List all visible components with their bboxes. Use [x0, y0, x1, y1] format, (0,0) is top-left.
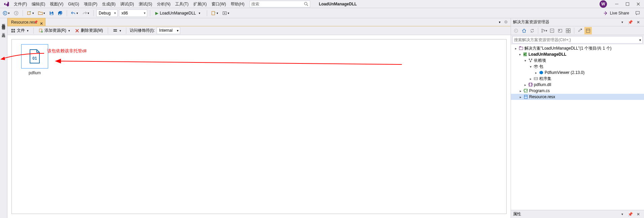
resource-item-pdfium[interactable]: 01 pdfium — [21, 44, 48, 75]
redo-button[interactable]: ▾ — [81, 9, 91, 17]
menu-debug[interactable]: 调试(D) — [118, 0, 136, 8]
resx-view-button[interactable]: 文件▾ — [9, 27, 30, 34]
panel-close-icon[interactable]: ✕ — [635, 19, 642, 26]
left-tab-server-explorer[interactable]: 服务器资源管理器 — [1, 20, 6, 25]
menu-edit[interactable]: 编辑(E) — [29, 0, 47, 8]
solution-explorer-header[interactable]: 解决方案资源管理器 ▾ 📌 ✕ — [511, 18, 644, 26]
svg-point-31 — [541, 31, 543, 32]
search-icon — [304, 2, 309, 6]
open-file-button[interactable]: ▾ — [37, 9, 46, 17]
pin-icon[interactable]: 📌 — [34, 18, 38, 26]
save-all-button[interactable] — [57, 9, 64, 17]
config-combo[interactable]: Debug — [96, 9, 118, 17]
svg-rect-24 — [113, 29, 117, 30]
start-debug-button[interactable]: ▶ LoadUnManageDLL ▾ — [153, 9, 204, 17]
tab-options-button[interactable] — [503, 18, 509, 26]
nav-back-button[interactable]: ▾ — [1, 9, 11, 17]
live-share-label: Live Share — [610, 11, 629, 16]
svg-rect-9 — [51, 11, 52, 12]
tree-resource-resx[interactable]: ▸ Resource.resx — [511, 94, 644, 100]
tree-program-cs[interactable]: ▸ C# Program.cs — [511, 88, 644, 94]
annotation-arrow — [55, 57, 402, 67]
resource-canvas[interactable]: 01 pdfium — [11, 39, 507, 214]
svg-point-14 — [224, 12, 225, 14]
prop-pin-icon[interactable]: 📌 — [626, 211, 634, 218]
global-search[interactable] — [250, 1, 310, 7]
menu-extensions[interactable]: 扩展(X) — [191, 0, 209, 8]
live-share-button[interactable]: Live Share — [600, 11, 633, 16]
svg-rect-18 — [11, 29, 13, 30]
se-preview-icon[interactable] — [584, 27, 592, 34]
tree-packages[interactable]: ▾ 包 — [511, 63, 644, 70]
se-showall-icon[interactable] — [556, 27, 564, 34]
tab-close-icon[interactable]: ✕ — [40, 20, 43, 28]
svg-point-41 — [581, 28, 582, 30]
assembly-icon — [533, 76, 539, 81]
save-button[interactable] — [48, 9, 55, 17]
tree-pdfiumviewer[interactable]: ▸ PdfiumViewer (2.13.0) — [511, 70, 644, 76]
svg-text:0110: 0110 — [528, 82, 533, 86]
package-icon — [533, 64, 539, 69]
tree-project[interactable]: ▾ C# LoadUnManageDLL — [511, 51, 644, 57]
toolbar-extra1[interactable]: ▾ — [210, 9, 220, 17]
global-search-input[interactable] — [251, 2, 304, 6]
toolbar-extra2[interactable]: ▾ — [221, 9, 231, 17]
properties-title: 属性 — [513, 211, 521, 217]
se-search-box[interactable]: ▾ — [512, 36, 643, 44]
resx-layout-button[interactable]: ▾ — [111, 27, 123, 34]
se-properties-icon[interactable] — [576, 27, 584, 34]
se-sync-icon[interactable] — [528, 27, 536, 34]
svg-point-29 — [514, 29, 518, 32]
tree-solution[interactable]: ▸ 解决方案"LoadUnManageDLL"(1 个项目/共 1 个) — [511, 45, 644, 51]
svg-rect-19 — [13, 29, 15, 30]
svg-rect-10 — [51, 13, 53, 15]
se-collapse-icon[interactable] — [548, 27, 556, 34]
panel-dropdown-icon[interactable]: ▾ — [618, 19, 626, 26]
dll-icon: 0110 — [528, 82, 533, 87]
menu-file[interactable]: 文件(F) — [11, 0, 29, 8]
tab-dropdown-button[interactable]: ▾ — [497, 18, 502, 26]
panel-pin-icon[interactable]: 📌 — [626, 19, 634, 26]
document-tab-resource[interactable]: Resource.resx 📌 ✕ — [7, 18, 45, 26]
se-git-icon[interactable]: ▾ — [540, 27, 548, 34]
menu-build[interactable]: 生成(B) — [100, 0, 118, 8]
svg-rect-37 — [566, 28, 568, 30]
resx-add-resource[interactable]: 添加资源(R)▾ — [37, 27, 71, 34]
menu-window[interactable]: 窗口(W) — [209, 0, 228, 8]
platform-combo[interactable]: x86 — [119, 9, 147, 17]
properties-header[interactable]: 属性 ▾ 📌 ✕ — [511, 210, 644, 218]
tree-pdfium-dll[interactable]: ▸ 0110 pdfium.dll — [511, 82, 644, 88]
se-back-icon[interactable] — [512, 27, 520, 34]
menu-project[interactable]: 项目(P) — [82, 0, 100, 8]
menu-view[interactable]: 视图(V) — [47, 0, 66, 8]
solution-tree[interactable]: ▸ 解决方案"LoadUnManageDLL"(1 个项目/共 1 个) ▾ C… — [511, 45, 644, 210]
tree-deps[interactable]: ▾ 依赖项 — [511, 57, 644, 63]
prop-dropdown-icon[interactable]: ▾ — [618, 211, 626, 218]
undo-button[interactable]: ▾ — [70, 9, 79, 17]
new-project-button[interactable]: ▾ — [26, 9, 35, 17]
menu-tools[interactable]: 工具(T) — [173, 0, 191, 8]
svg-rect-8 — [28, 11, 30, 15]
tree-assemblies[interactable]: ▸ 程序集 — [511, 76, 644, 82]
se-search-input[interactable] — [514, 37, 639, 42]
menu-analyze[interactable]: 分析(N) — [155, 0, 173, 8]
close-button[interactable] — [634, 1, 643, 7]
left-tab-toolbox[interactable]: 工具箱 — [1, 29, 6, 33]
svg-rect-3 — [626, 2, 629, 5]
se-refresh-icon[interactable] — [565, 27, 572, 34]
menu-git[interactable]: Git(G) — [66, 0, 82, 8]
account-badge[interactable]: W — [600, 0, 607, 8]
resource-label: pdfium — [21, 71, 48, 75]
resx-access-combo[interactable]: Internal — [157, 27, 180, 34]
maximize-button[interactable] — [623, 1, 632, 7]
se-home-icon[interactable] — [520, 27, 528, 34]
svg-rect-35 — [558, 29, 562, 32]
minimize-button[interactable] — [612, 1, 621, 7]
feedback-button[interactable] — [634, 9, 641, 17]
resx-delete-resource[interactable]: 删除资源(M) — [73, 27, 104, 34]
nav-fwd-button[interactable] — [12, 9, 20, 17]
menu-help[interactable]: 帮助(H) — [228, 0, 247, 8]
prop-close-icon[interactable]: ✕ — [635, 211, 642, 218]
cs-file-icon: C# — [523, 88, 528, 93]
menu-test[interactable]: 测试(S) — [136, 0, 155, 8]
